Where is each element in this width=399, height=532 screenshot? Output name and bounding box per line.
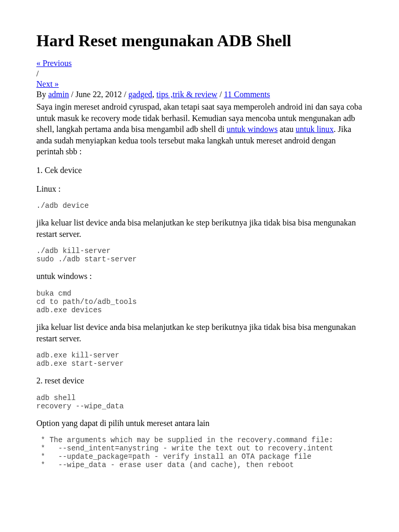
linux-link[interactable]: untuk linux [296,125,334,134]
step-2-heading: 2. reset device [36,375,363,387]
paragraph-restart-2: jika keluar list device anda bisa melanj… [36,322,363,344]
byline: By admin / June 22, 2012 / gadged, tips … [36,90,363,99]
paragraph-restart-1: jika keluar list device anda bisa melanj… [36,217,363,240]
byline-sep: / [122,90,128,99]
by-label: By [36,90,48,99]
author-link[interactable]: admin [48,90,69,99]
intro-paragraph: Saya ingin mereset android cyruspad, aka… [36,101,363,157]
step-1-heading: 1. Cek device [36,165,363,176]
category-link-tips[interactable]: tips ,trik & review [156,90,217,99]
linux-label: Linux : [36,183,363,195]
intro-mid: atau [277,125,296,134]
nav-separator: / [36,69,363,78]
previous-link[interactable]: « Previous [36,59,72,68]
next-link[interactable]: Next » [36,79,59,88]
code-block-windows-cmd: buka cmd cd to path/to/adb_tools adb.exe… [36,289,363,314]
code-block-recovery-args: * The arguments which may be supplied in… [36,436,363,469]
code-block-kill-server-windows: adb.exe kill-server adb.exe start-server [36,351,363,368]
page-title: Hard Reset mengunakan ADB Shell [36,31,363,50]
code-block-kill-server-linux: ./adb kill-server sudo ./adb start-serve… [36,247,363,263]
comments-link[interactable]: 11 Comments [224,90,270,99]
windows-link[interactable]: untuk windows [227,125,277,134]
byline-sep: / [69,90,75,99]
code-block-adb-shell: adb shell recovery --wipe_data [36,394,363,410]
category-sep: , [152,90,156,99]
category-link-gadged[interactable]: gadged [128,90,152,99]
post-date: June 22, 2012 [75,90,122,99]
paragraph-options: Option yang dapat di pilih untuk mereset… [36,418,363,429]
byline-sep: / [217,90,223,99]
code-block-adb-device: ./adb device [36,202,363,210]
windows-label: untuk windows : [36,271,363,282]
